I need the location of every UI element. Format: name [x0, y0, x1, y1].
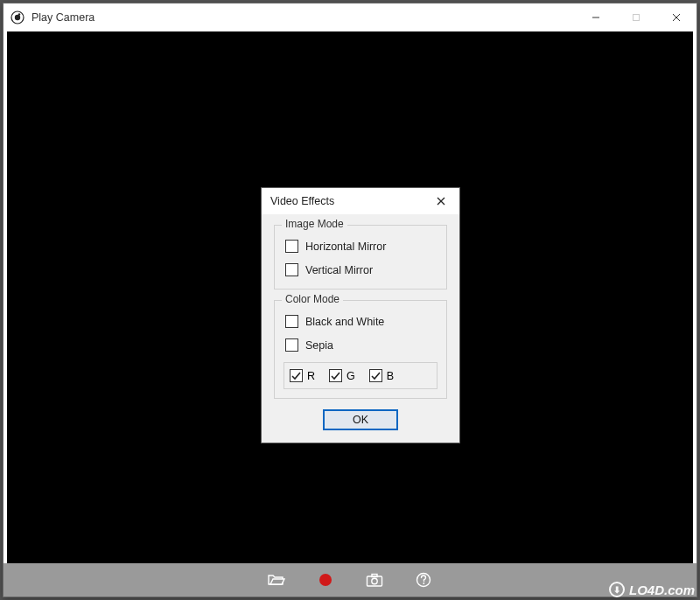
watermark: ⬇ LO4D.com [609, 582, 695, 597]
r-channel-row[interactable]: R [290, 369, 315, 382]
window-controls [576, 4, 696, 31]
ok-button[interactable]: OK [323, 409, 398, 430]
black-white-label: Black and White [305, 316, 384, 328]
color-mode-legend: Color Mode [282, 293, 343, 305]
horizontal-mirror-label: Horizontal Mirror [305, 241, 386, 253]
color-mode-group: Color Mode Black and White Sepia [274, 300, 447, 399]
vertical-mirror-checkbox[interactable] [285, 263, 298, 276]
video-viewport: Video Effects Image Mode Horizontal Mirr… [7, 31, 693, 563]
g-checkbox[interactable] [329, 369, 342, 382]
vertical-mirror-row[interactable]: Vertical Mirror [285, 263, 438, 276]
b-channel-row[interactable]: B [369, 369, 394, 382]
minimize-button[interactable] [576, 4, 616, 31]
app-icon [10, 10, 24, 24]
titlebar: Play Camera [4, 3, 696, 31]
sepia-checkbox[interactable] [285, 338, 298, 352]
sepia-label: Sepia [305, 339, 333, 352]
svg-point-1 [15, 15, 20, 20]
bottom-toolbar [4, 563, 696, 597]
r-label: R [307, 370, 315, 382]
record-dot-icon [319, 574, 332, 586]
vertical-mirror-label: Vertical Mirror [305, 264, 373, 276]
svg-point-13 [423, 583, 424, 584]
image-mode-group: Image Mode Horizontal Mirror Vertical Mi… [274, 225, 447, 290]
black-white-checkbox[interactable] [285, 315, 298, 328]
dialog-button-row: OK [274, 409, 447, 430]
window-title: Play Camera [32, 11, 576, 24]
image-mode-legend: Image Mode [282, 218, 347, 230]
dialog-body: Image Mode Horizontal Mirror Vertical Mi… [262, 214, 459, 443]
g-label: G [346, 370, 355, 382]
svg-point-11 [372, 578, 377, 583]
rgb-row: R G B [284, 362, 438, 389]
sepia-row[interactable]: Sepia [285, 338, 438, 352]
g-channel-row[interactable]: G [329, 369, 355, 382]
horizontal-mirror-row[interactable]: Horizontal Mirror [285, 240, 438, 253]
dialog-close-button[interactable] [423, 189, 459, 213]
dialog-title: Video Effects [270, 195, 334, 207]
dialog-titlebar: Video Effects [262, 188, 459, 214]
horizontal-mirror-checkbox[interactable] [285, 240, 298, 253]
b-checkbox[interactable] [369, 369, 382, 382]
main-window: Play Camera Video Effects [3, 3, 697, 597]
svg-rect-10 [372, 575, 377, 577]
r-checkbox[interactable] [290, 369, 303, 382]
help-icon[interactable] [415, 571, 432, 589]
svg-rect-4 [634, 15, 640, 21]
svg-point-2 [18, 13, 20, 15]
close-button[interactable] [656, 4, 696, 31]
folder-open-icon[interactable] [268, 571, 285, 589]
record-icon[interactable] [317, 571, 334, 589]
b-label: B [387, 370, 394, 382]
watermark-icon: ⬇ [609, 582, 625, 597]
black-white-row[interactable]: Black and White [285, 315, 438, 328]
watermark-text: LO4D.com [629, 583, 695, 597]
camera-icon[interactable] [366, 571, 383, 589]
maximize-button [616, 4, 656, 31]
video-effects-dialog: Video Effects Image Mode Horizontal Mirr… [261, 187, 460, 443]
